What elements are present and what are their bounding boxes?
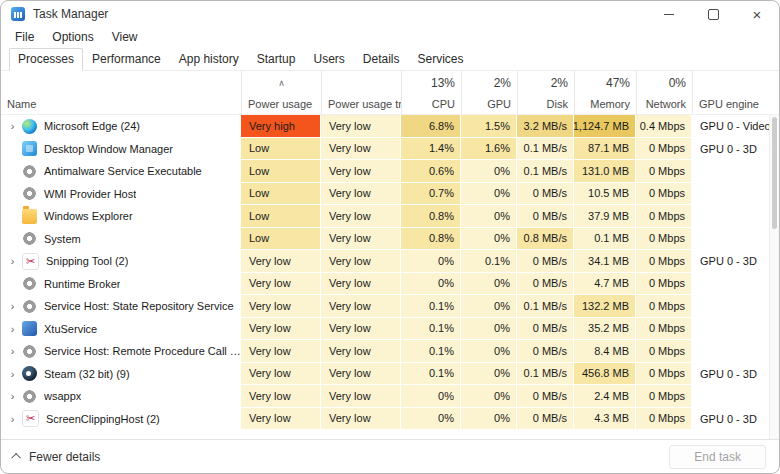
power-usage-trend-cell[interactable]: Very low — [321, 363, 401, 386]
process-name-cell[interactable]: › wsappx — [1, 385, 241, 408]
disk-cell[interactable]: 0 MB/s — [517, 318, 574, 341]
column-header-power-usage[interactable]: ∧ Power usage — [241, 71, 321, 114]
power-usage-trend-cell[interactable]: Very low — [321, 205, 401, 228]
table-row[interactable]: › Service Host: State Repository Service… — [1, 295, 779, 318]
table-row[interactable]: › Windows Explorer Low Very low 0.8% 0% … — [1, 205, 779, 228]
memory-cell[interactable]: 2.4 MB — [574, 385, 636, 408]
process-name-cell[interactable]: › Snipping Tool (2) — [1, 250, 241, 273]
process-name-cell[interactable]: › Runtime Broker — [1, 273, 241, 296]
power-usage-cell[interactable]: Very low — [241, 273, 321, 296]
power-usage-cell[interactable]: Very low — [241, 318, 321, 341]
memory-cell[interactable]: 34.1 MB — [574, 250, 636, 273]
gpu-cell[interactable]: 1.5% — [461, 115, 517, 138]
column-header-name[interactable]: Name — [1, 71, 241, 114]
cpu-cell[interactable]: 0% — [401, 385, 461, 408]
power-usage-trend-cell[interactable]: Very low — [321, 183, 401, 206]
power-usage-trend-cell[interactable]: Very low — [321, 340, 401, 363]
gpu-cell[interactable]: 0% — [461, 363, 517, 386]
gpu-engine-cell[interactable] — [692, 228, 769, 251]
gpu-engine-cell[interactable]: GPU 0 - 3D — [692, 363, 769, 386]
network-cell[interactable]: 0 Mbps — [636, 295, 692, 318]
gpu-engine-cell[interactable] — [692, 340, 769, 363]
cpu-cell[interactable]: 6.8% — [401, 115, 461, 138]
memory-cell[interactable]: 0.1 MB — [574, 228, 636, 251]
gpu-engine-cell[interactable] — [692, 205, 769, 228]
network-cell[interactable]: 0 Mbps — [636, 138, 692, 161]
gpu-cell[interactable]: 1.6% — [461, 138, 517, 161]
cpu-cell[interactable]: 0.1% — [401, 295, 461, 318]
power-usage-trend-cell[interactable]: Very low — [321, 228, 401, 251]
tab-performance[interactable]: Performance — [83, 48, 170, 71]
process-name-cell[interactable]: › Service Host: Remote Procedure Call (2… — [1, 340, 241, 363]
power-usage-trend-cell[interactable]: Very low — [321, 295, 401, 318]
network-cell[interactable]: 0 Mbps — [636, 228, 692, 251]
gpu-engine-cell[interactable]: GPU 0 - Video ... — [692, 115, 769, 138]
tab-startup[interactable]: Startup — [248, 48, 305, 71]
end-task-button[interactable]: End task — [669, 445, 766, 469]
fewer-details-toggle[interactable]: Fewer details — [14, 450, 100, 464]
menu-file[interactable]: File — [6, 28, 43, 46]
table-row[interactable]: › Steam (32 bit) (9) Very low Very low 0… — [1, 363, 779, 386]
expand-chevron-icon[interactable]: › — [6, 413, 19, 425]
gpu-cell[interactable]: 0% — [461, 183, 517, 206]
disk-cell[interactable]: 0 MB/s — [517, 250, 574, 273]
table-row[interactable]: › Microsoft Edge (24) Very high Very low… — [1, 115, 779, 138]
network-cell[interactable]: 0 Mbps — [636, 273, 692, 296]
power-usage-trend-cell[interactable]: Very low — [321, 160, 401, 183]
table-row[interactable]: › Antimalware Service Executable Low Ver… — [1, 160, 779, 183]
disk-cell[interactable]: 0 MB/s — [517, 408, 574, 431]
memory-cell[interactable]: 4.7 MB — [574, 273, 636, 296]
memory-cell[interactable]: 10.5 MB — [574, 183, 636, 206]
disk-cell[interactable]: 0.1 MB/s — [517, 160, 574, 183]
power-usage-cell[interactable]: Very high — [241, 115, 321, 138]
network-cell[interactable]: 0 Mbps — [636, 340, 692, 363]
gpu-cell[interactable]: 0% — [461, 228, 517, 251]
disk-cell[interactable]: 0 MB/s — [517, 340, 574, 363]
power-usage-cell[interactable]: Very low — [241, 250, 321, 273]
table-row[interactable]: › wsappx Very low Very low 0% 0% 0 MB/s … — [1, 385, 779, 408]
power-usage-trend-cell[interactable]: Very low — [321, 318, 401, 341]
gpu-engine-cell[interactable] — [692, 318, 769, 341]
disk-cell[interactable]: 0.1 MB/s — [517, 138, 574, 161]
gpu-cell[interactable]: 0% — [461, 273, 517, 296]
maximize-button[interactable] — [691, 1, 735, 27]
process-name-cell[interactable]: › WMI Provider Host — [1, 183, 241, 206]
power-usage-cell[interactable]: Low — [241, 160, 321, 183]
power-usage-trend-cell[interactable]: Very low — [321, 385, 401, 408]
memory-cell[interactable]: 4.3 MB — [574, 408, 636, 431]
memory-cell[interactable]: 35.2 MB — [574, 318, 636, 341]
menu-view[interactable]: View — [103, 28, 147, 46]
process-name-cell[interactable]: › Antimalware Service Executable — [1, 160, 241, 183]
column-header-power-usage-trend[interactable]: Power usage tr... — [321, 71, 401, 114]
cpu-cell[interactable]: 0.6% — [401, 160, 461, 183]
network-cell[interactable]: 0 Mbps — [636, 408, 692, 431]
network-cell[interactable]: 0 Mbps — [636, 250, 692, 273]
cpu-cell[interactable]: 0.8% — [401, 205, 461, 228]
process-name-cell[interactable]: › Service Host: State Repository Service — [1, 295, 241, 318]
table-row[interactable]: › XtuService Very low Very low 0.1% 0% 0… — [1, 318, 779, 341]
cpu-cell[interactable]: 0.1% — [401, 318, 461, 341]
gpu-engine-cell[interactable] — [692, 160, 769, 183]
cpu-cell[interactable]: 0.1% — [401, 340, 461, 363]
power-usage-trend-cell[interactable]: Very low — [321, 250, 401, 273]
column-header-network[interactable]: 0% Network — [636, 71, 692, 114]
disk-cell[interactable]: 0.1 MB/s — [517, 295, 574, 318]
power-usage-cell[interactable]: Very low — [241, 385, 321, 408]
power-usage-cell[interactable]: Low — [241, 138, 321, 161]
memory-cell[interactable]: 87.1 MB — [574, 138, 636, 161]
expand-chevron-icon[interactable]: › — [6, 345, 19, 357]
table-row[interactable]: › ScreenClippingHost (2) Very low Very l… — [1, 408, 779, 431]
vertical-scrollbar[interactable] — [769, 115, 779, 439]
power-usage-cell[interactable]: Low — [241, 183, 321, 206]
tab-services[interactable]: Services — [409, 48, 473, 71]
gpu-cell[interactable]: 0% — [461, 340, 517, 363]
power-usage-trend-cell[interactable]: Very low — [321, 273, 401, 296]
gpu-engine-cell[interactable]: GPU 0 - 3D — [692, 408, 769, 431]
network-cell[interactable]: 0 Mbps — [636, 385, 692, 408]
table-row[interactable]: › Service Host: Remote Procedure Call (2… — [1, 340, 779, 363]
cpu-cell[interactable]: 0% — [401, 250, 461, 273]
cpu-cell[interactable]: 0.1% — [401, 363, 461, 386]
cpu-cell[interactable]: 0.8% — [401, 228, 461, 251]
column-header-memory[interactable]: 47% Memory — [574, 71, 636, 114]
disk-cell[interactable]: 0.8 MB/s — [517, 228, 574, 251]
